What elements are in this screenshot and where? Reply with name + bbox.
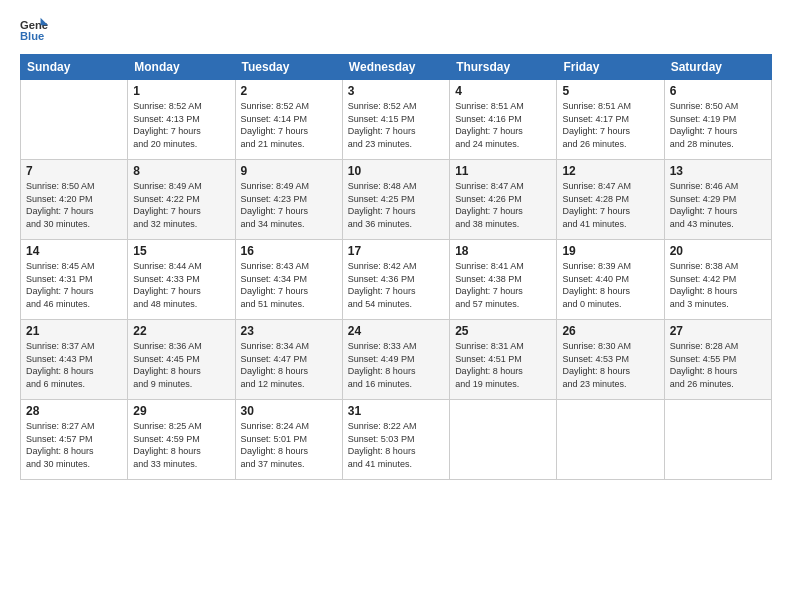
day-info: Sunrise: 8:45 AM Sunset: 4:31 PM Dayligh…: [26, 260, 122, 310]
week-row-3: 21Sunrise: 8:37 AM Sunset: 4:43 PM Dayli…: [21, 320, 772, 400]
calendar-cell: 24Sunrise: 8:33 AM Sunset: 4:49 PM Dayli…: [342, 320, 449, 400]
day-info: Sunrise: 8:52 AM Sunset: 4:14 PM Dayligh…: [241, 100, 337, 150]
page: General Blue SundayMondayTuesdayWednesda…: [0, 0, 792, 612]
calendar-cell: 17Sunrise: 8:42 AM Sunset: 4:36 PM Dayli…: [342, 240, 449, 320]
calendar-cell: 2Sunrise: 8:52 AM Sunset: 4:14 PM Daylig…: [235, 80, 342, 160]
calendar-cell: 12Sunrise: 8:47 AM Sunset: 4:28 PM Dayli…: [557, 160, 664, 240]
day-info: Sunrise: 8:39 AM Sunset: 4:40 PM Dayligh…: [562, 260, 658, 310]
calendar-cell: 11Sunrise: 8:47 AM Sunset: 4:26 PM Dayli…: [450, 160, 557, 240]
calendar-cell: 16Sunrise: 8:43 AM Sunset: 4:34 PM Dayli…: [235, 240, 342, 320]
calendar-cell: 3Sunrise: 8:52 AM Sunset: 4:15 PM Daylig…: [342, 80, 449, 160]
day-info: Sunrise: 8:50 AM Sunset: 4:20 PM Dayligh…: [26, 180, 122, 230]
day-info: Sunrise: 8:25 AM Sunset: 4:59 PM Dayligh…: [133, 420, 229, 470]
calendar-cell: 13Sunrise: 8:46 AM Sunset: 4:29 PM Dayli…: [664, 160, 771, 240]
day-number: 29: [133, 404, 229, 418]
day-info: Sunrise: 8:44 AM Sunset: 4:33 PM Dayligh…: [133, 260, 229, 310]
calendar-cell: 15Sunrise: 8:44 AM Sunset: 4:33 PM Dayli…: [128, 240, 235, 320]
calendar-cell: 21Sunrise: 8:37 AM Sunset: 4:43 PM Dayli…: [21, 320, 128, 400]
day-number: 9: [241, 164, 337, 178]
calendar-cell: 28Sunrise: 8:27 AM Sunset: 4:57 PM Dayli…: [21, 400, 128, 480]
day-number: 30: [241, 404, 337, 418]
day-info: Sunrise: 8:47 AM Sunset: 4:26 PM Dayligh…: [455, 180, 551, 230]
day-number: 14: [26, 244, 122, 258]
day-info: Sunrise: 8:52 AM Sunset: 4:13 PM Dayligh…: [133, 100, 229, 150]
week-row-1: 7Sunrise: 8:50 AM Sunset: 4:20 PM Daylig…: [21, 160, 772, 240]
day-number: 5: [562, 84, 658, 98]
calendar-cell: 27Sunrise: 8:28 AM Sunset: 4:55 PM Dayli…: [664, 320, 771, 400]
day-info: Sunrise: 8:52 AM Sunset: 4:15 PM Dayligh…: [348, 100, 444, 150]
day-number: 6: [670, 84, 766, 98]
day-info: Sunrise: 8:31 AM Sunset: 4:51 PM Dayligh…: [455, 340, 551, 390]
calendar-cell: 22Sunrise: 8:36 AM Sunset: 4:45 PM Dayli…: [128, 320, 235, 400]
calendar-cell: 5Sunrise: 8:51 AM Sunset: 4:17 PM Daylig…: [557, 80, 664, 160]
header: General Blue: [20, 16, 772, 44]
day-info: Sunrise: 8:47 AM Sunset: 4:28 PM Dayligh…: [562, 180, 658, 230]
day-info: Sunrise: 8:51 AM Sunset: 4:17 PM Dayligh…: [562, 100, 658, 150]
logo: General Blue: [20, 16, 48, 44]
day-info: Sunrise: 8:37 AM Sunset: 4:43 PM Dayligh…: [26, 340, 122, 390]
calendar-cell: [450, 400, 557, 480]
svg-text:Blue: Blue: [20, 30, 44, 42]
day-number: 17: [348, 244, 444, 258]
weekday-header-thursday: Thursday: [450, 55, 557, 80]
day-number: 7: [26, 164, 122, 178]
calendar-cell: 29Sunrise: 8:25 AM Sunset: 4:59 PM Dayli…: [128, 400, 235, 480]
calendar-cell: 4Sunrise: 8:51 AM Sunset: 4:16 PM Daylig…: [450, 80, 557, 160]
day-number: 12: [562, 164, 658, 178]
weekday-header-wednesday: Wednesday: [342, 55, 449, 80]
day-number: 16: [241, 244, 337, 258]
day-number: 13: [670, 164, 766, 178]
day-number: 18: [455, 244, 551, 258]
day-info: Sunrise: 8:50 AM Sunset: 4:19 PM Dayligh…: [670, 100, 766, 150]
weekday-header-sunday: Sunday: [21, 55, 128, 80]
day-info: Sunrise: 8:42 AM Sunset: 4:36 PM Dayligh…: [348, 260, 444, 310]
calendar-cell: 10Sunrise: 8:48 AM Sunset: 4:25 PM Dayli…: [342, 160, 449, 240]
calendar-cell: 25Sunrise: 8:31 AM Sunset: 4:51 PM Dayli…: [450, 320, 557, 400]
day-number: 21: [26, 324, 122, 338]
day-number: 15: [133, 244, 229, 258]
day-info: Sunrise: 8:51 AM Sunset: 4:16 PM Dayligh…: [455, 100, 551, 150]
logo-icon: General Blue: [20, 16, 48, 44]
calendar-cell: 9Sunrise: 8:49 AM Sunset: 4:23 PM Daylig…: [235, 160, 342, 240]
calendar-table: SundayMondayTuesdayWednesdayThursdayFrid…: [20, 54, 772, 480]
weekday-header-tuesday: Tuesday: [235, 55, 342, 80]
calendar-cell: [21, 80, 128, 160]
week-row-4: 28Sunrise: 8:27 AM Sunset: 4:57 PM Dayli…: [21, 400, 772, 480]
calendar-cell: 6Sunrise: 8:50 AM Sunset: 4:19 PM Daylig…: [664, 80, 771, 160]
day-number: 11: [455, 164, 551, 178]
day-number: 22: [133, 324, 229, 338]
week-row-2: 14Sunrise: 8:45 AM Sunset: 4:31 PM Dayli…: [21, 240, 772, 320]
calendar-cell: 20Sunrise: 8:38 AM Sunset: 4:42 PM Dayli…: [664, 240, 771, 320]
day-info: Sunrise: 8:24 AM Sunset: 5:01 PM Dayligh…: [241, 420, 337, 470]
day-number: 24: [348, 324, 444, 338]
day-number: 26: [562, 324, 658, 338]
calendar-cell: 26Sunrise: 8:30 AM Sunset: 4:53 PM Dayli…: [557, 320, 664, 400]
calendar-cell: 23Sunrise: 8:34 AM Sunset: 4:47 PM Dayli…: [235, 320, 342, 400]
calendar-cell: 1Sunrise: 8:52 AM Sunset: 4:13 PM Daylig…: [128, 80, 235, 160]
weekday-header-row: SundayMondayTuesdayWednesdayThursdayFrid…: [21, 55, 772, 80]
day-info: Sunrise: 8:36 AM Sunset: 4:45 PM Dayligh…: [133, 340, 229, 390]
calendar-cell: 30Sunrise: 8:24 AM Sunset: 5:01 PM Dayli…: [235, 400, 342, 480]
day-number: 25: [455, 324, 551, 338]
weekday-header-saturday: Saturday: [664, 55, 771, 80]
day-info: Sunrise: 8:38 AM Sunset: 4:42 PM Dayligh…: [670, 260, 766, 310]
day-info: Sunrise: 8:43 AM Sunset: 4:34 PM Dayligh…: [241, 260, 337, 310]
calendar-cell: 8Sunrise: 8:49 AM Sunset: 4:22 PM Daylig…: [128, 160, 235, 240]
calendar-cell: [664, 400, 771, 480]
day-info: Sunrise: 8:28 AM Sunset: 4:55 PM Dayligh…: [670, 340, 766, 390]
calendar-cell: 19Sunrise: 8:39 AM Sunset: 4:40 PM Dayli…: [557, 240, 664, 320]
day-number: 20: [670, 244, 766, 258]
day-number: 2: [241, 84, 337, 98]
calendar-cell: 18Sunrise: 8:41 AM Sunset: 4:38 PM Dayli…: [450, 240, 557, 320]
day-info: Sunrise: 8:22 AM Sunset: 5:03 PM Dayligh…: [348, 420, 444, 470]
day-info: Sunrise: 8:27 AM Sunset: 4:57 PM Dayligh…: [26, 420, 122, 470]
day-number: 3: [348, 84, 444, 98]
day-info: Sunrise: 8:30 AM Sunset: 4:53 PM Dayligh…: [562, 340, 658, 390]
day-number: 4: [455, 84, 551, 98]
day-info: Sunrise: 8:48 AM Sunset: 4:25 PM Dayligh…: [348, 180, 444, 230]
calendar-cell: 14Sunrise: 8:45 AM Sunset: 4:31 PM Dayli…: [21, 240, 128, 320]
day-info: Sunrise: 8:49 AM Sunset: 4:23 PM Dayligh…: [241, 180, 337, 230]
weekday-header-monday: Monday: [128, 55, 235, 80]
day-info: Sunrise: 8:34 AM Sunset: 4:47 PM Dayligh…: [241, 340, 337, 390]
calendar-cell: 7Sunrise: 8:50 AM Sunset: 4:20 PM Daylig…: [21, 160, 128, 240]
